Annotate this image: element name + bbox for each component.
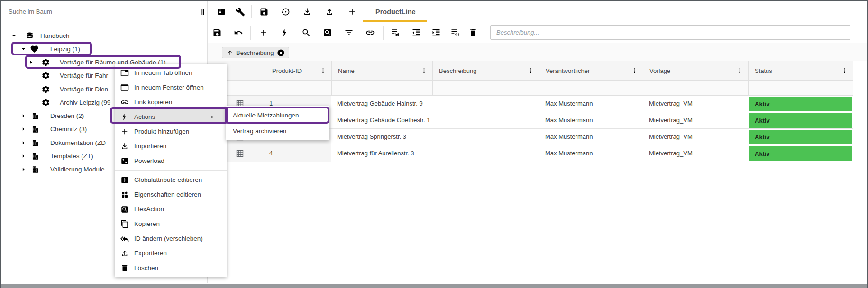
caret-right-icon[interactable] xyxy=(28,59,34,65)
actions-submenu: Aktuelle Mietzahlungen Vertrag archivier… xyxy=(226,106,329,140)
tree-item-label: Verträge für Dien xyxy=(60,83,108,96)
context-menu: In neuem Tab öffnen In neuem Fenster öff… xyxy=(115,64,227,277)
history-icon[interactable] xyxy=(281,7,290,17)
column-header-name[interactable]: Name xyxy=(331,61,432,81)
delete-icon[interactable] xyxy=(468,28,478,37)
caret-down-icon[interactable] xyxy=(20,46,27,52)
name-cell[interactable]: Mietvertrag Springerstr. 3 xyxy=(337,129,406,145)
topbar-border xyxy=(1,22,867,22)
tree-search-input[interactable] xyxy=(1,1,198,22)
window-border-left xyxy=(0,0,1,288)
delete-icon xyxy=(120,264,129,272)
menu-item-label: ID ändern (verschieben) xyxy=(134,235,203,242)
menu-item-label: Globalattribute editieren xyxy=(134,176,202,183)
submenu-item-vertrag-archivieren[interactable]: Vertrag archivieren xyxy=(226,123,329,139)
new-window-icon xyxy=(120,83,129,92)
column-menu-icon[interactable] xyxy=(631,67,638,74)
export-icon[interactable] xyxy=(325,7,334,17)
table-filter-row[interactable] xyxy=(208,81,853,96)
vorlage-cell[interactable]: Mietvertrag_VM xyxy=(649,96,693,112)
tree-item-handbuch[interactable]: Handbuch xyxy=(1,29,207,43)
menu-item-label: Produkt hinzufügen xyxy=(134,128,189,135)
link-icon[interactable] xyxy=(365,28,375,37)
menu-item-powerload[interactable]: Powerload xyxy=(115,153,227,168)
tree-item-leipzig[interactable]: Leipzig (1) xyxy=(1,43,207,56)
column-header-verantwortlicher[interactable]: Verantwortlicher xyxy=(539,61,643,81)
column-menu-icon[interactable] xyxy=(420,67,428,74)
column-label: Vorlage xyxy=(649,67,670,74)
vorlage-cell[interactable]: Mietvertrag_VM xyxy=(649,112,693,128)
window-border-bottom xyxy=(0,284,868,288)
status-badge[interactable]: Aktiv xyxy=(749,97,852,111)
verantwortlicher-cell[interactable]: Max Mustermann xyxy=(545,145,593,162)
column-header-status[interactable]: Status xyxy=(748,61,853,81)
menu-item-in-neuem-tab-oeffnen[interactable]: In neuem Tab öffnen xyxy=(115,65,227,80)
vorlage-cell[interactable]: Mietvertrag_VM xyxy=(649,145,693,162)
column-menu-icon[interactable] xyxy=(527,67,534,74)
menu-item-exportieren[interactable]: Exportieren xyxy=(115,246,227,261)
menu-item-importieren[interactable]: Importieren xyxy=(115,139,227,153)
column-header-beschreibung[interactable]: Beschreibung xyxy=(432,61,539,81)
actions-bolt-icon[interactable] xyxy=(280,28,290,37)
search-icon[interactable] xyxy=(302,28,311,37)
add-icon[interactable] xyxy=(259,28,268,37)
move-id-icon xyxy=(120,234,129,243)
menu-item-eigenschaften-editieren[interactable]: Eigenschaften editieren xyxy=(115,187,227,202)
save-icon[interactable] xyxy=(212,28,222,37)
name-cell[interactable]: Mietvertrag für Aurelienstr. 3 xyxy=(337,145,414,162)
vorlage-cell[interactable]: Mietvertrag_VM xyxy=(649,129,693,145)
caret-right-icon[interactable] xyxy=(20,166,27,172)
add-tab-icon[interactable] xyxy=(347,7,357,17)
status-badge[interactable]: Aktiv xyxy=(749,113,852,128)
column-menu-icon[interactable] xyxy=(736,67,743,74)
description-filter-input[interactable] xyxy=(490,25,850,40)
menu-item-produkt-hinzufuegen[interactable]: Produkt hinzufügen xyxy=(115,124,227,139)
undo-icon[interactable] xyxy=(234,28,243,37)
layout-panel-icon[interactable] xyxy=(217,7,226,17)
name-cell[interactable]: Mietvertrag Gebäude Goethestr. 1 xyxy=(337,112,430,128)
caret-right-icon[interactable] xyxy=(20,126,27,132)
wrench-icon[interactable] xyxy=(236,7,245,17)
rows-history-icon[interactable] xyxy=(450,28,460,37)
toolbar-separator xyxy=(482,26,482,40)
rows-save-icon[interactable] xyxy=(391,28,400,37)
save-icon[interactable] xyxy=(259,7,269,17)
heart-icon xyxy=(30,45,39,54)
properties-icon xyxy=(120,190,129,199)
caret-right-icon[interactable] xyxy=(20,113,27,119)
menu-item-in-neuem-fenster-oeffnen[interactable]: In neuem Fenster öffnen xyxy=(115,80,227,95)
import-icon[interactable] xyxy=(302,7,312,17)
column-menu-icon[interactable] xyxy=(841,67,848,74)
indent-icon[interactable] xyxy=(431,28,441,37)
filter-icon[interactable] xyxy=(344,28,354,37)
caret-down-icon[interactable] xyxy=(11,33,17,39)
outdent-icon[interactable] xyxy=(411,28,421,37)
menu-item-loeschen[interactable]: Löschen xyxy=(115,261,227,275)
tree-item-label: Dresden (2) xyxy=(50,109,84,123)
column-header-vorlage[interactable]: Vorlage xyxy=(643,61,748,81)
caret-right-icon[interactable] xyxy=(20,140,27,146)
menu-item-kopieren[interactable]: Kopieren xyxy=(115,216,227,231)
verantwortlicher-cell[interactable]: Max Mustermann xyxy=(545,96,593,112)
status-badge[interactable]: Aktiv xyxy=(749,130,852,144)
remove-sort-icon[interactable] xyxy=(277,49,285,57)
sort-chip-beschreibung[interactable]: Beschreibung xyxy=(222,47,289,58)
flex-action-icon[interactable] xyxy=(323,28,332,37)
verantwortlicher-cell[interactable]: Max Mustermann xyxy=(545,129,593,145)
verantwortlicher-cell[interactable]: Max Mustermann xyxy=(545,112,593,128)
status-badge[interactable]: Aktiv xyxy=(749,146,852,161)
table-row[interactable]: 4 Mietvertrag für Aurelienstr. 3 Max Mus… xyxy=(208,145,853,162)
menu-item-link-kopieren[interactable]: Link kopieren xyxy=(115,95,227,109)
search-box-edge xyxy=(198,1,198,22)
submenu-item-aktuelle-mietzahlungen[interactable]: Aktuelle Mietzahlungen xyxy=(226,108,329,123)
menu-item-globalattribute-editieren[interactable]: Globalattribute editieren xyxy=(115,172,227,187)
name-cell[interactable]: Mietvertrag Gebäude Hainstr. 9 xyxy=(337,96,423,112)
column-header-produkt-id[interactable]: Produkt-ID xyxy=(266,61,331,81)
splitter-drag-handle-icon[interactable] xyxy=(198,7,208,17)
menu-item-id-aendern[interactable]: ID ändern (verschieben) xyxy=(115,231,227,246)
menu-item-flexaction[interactable]: FlexAction xyxy=(115,202,227,216)
menu-item-actions[interactable]: Actions xyxy=(115,109,227,124)
tab-productline[interactable]: ProductLine xyxy=(375,7,416,17)
column-menu-icon[interactable] xyxy=(320,67,327,74)
caret-right-icon[interactable] xyxy=(20,153,27,159)
